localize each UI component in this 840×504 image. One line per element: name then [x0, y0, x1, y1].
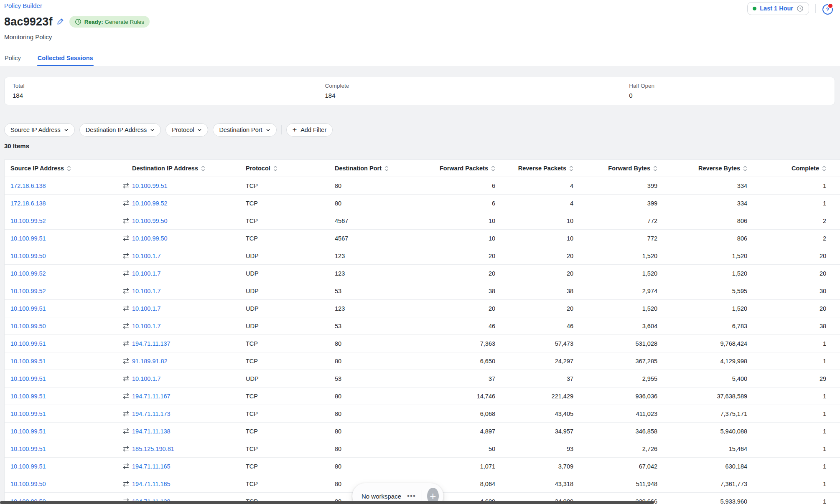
col-forward-packets[interactable]: Forward Packets	[425, 160, 502, 177]
col-reverse-packets[interactable]: Reverse Packets	[502, 160, 580, 177]
source-ip-link[interactable]: 10.100.99.51	[10, 446, 46, 452]
protocol-cell: UDP	[246, 247, 335, 265]
sort-icon[interactable]	[384, 165, 389, 172]
destination-ip-link[interactable]: 194.71.11.167	[132, 393, 171, 400]
sort-icon[interactable]	[273, 165, 277, 172]
destination-ip-link[interactable]: 10.100.1.7	[132, 305, 161, 312]
forward-bytes-cell: 531,028	[580, 335, 664, 352]
source-ip-link[interactable]: 10.100.99.50	[10, 253, 46, 259]
stat-total: Total184	[13, 83, 325, 105]
source-ip-link[interactable]: 172.18.6.138	[10, 200, 46, 207]
reverse-bytes-cell: 5,400	[664, 370, 754, 387]
source-ip-link[interactable]: 10.100.99.51	[10, 463, 46, 470]
protocol-cell: TCP	[246, 177, 335, 195]
reverse-bytes-cell: 806	[664, 230, 754, 247]
filter-destination-port[interactable]: Destination Port	[213, 123, 276, 137]
protocol-cell: TCP	[246, 230, 335, 247]
source-ip-link[interactable]: 10.100.99.52	[10, 218, 46, 224]
complete-cell: 1	[754, 352, 840, 370]
filter-protocol[interactable]: Protocol	[165, 123, 208, 137]
help-button[interactable]: ?	[822, 3, 833, 14]
complete-cell: 20	[754, 247, 840, 265]
swap-arrows-icon	[122, 304, 130, 312]
protocol-cell: TCP	[246, 352, 335, 370]
workspace-menu-button[interactable]: •••	[406, 493, 417, 499]
add-filter-button[interactable]: + Add Filter	[286, 123, 333, 137]
swap-arrows-icon	[122, 375, 130, 382]
edit-title-button[interactable]	[56, 17, 65, 27]
destination-ip-link[interactable]: 10.100.99.52	[132, 200, 168, 207]
workspace-label: No workspace	[361, 493, 401, 500]
reverse-bytes-cell: 1,520	[664, 265, 754, 282]
destination-ip-link[interactable]: 10.100.1.7	[132, 270, 161, 277]
destination-ip-link[interactable]: 10.100.99.50	[132, 218, 168, 224]
breadcrumb[interactable]: Policy Builder	[4, 2, 42, 10]
destination-ip-link[interactable]: 194.71.11.165	[132, 463, 171, 470]
col-reverse-bytes[interactable]: Reverse Bytes	[664, 160, 754, 177]
source-ip-link[interactable]: 10.100.99.51	[10, 235, 46, 242]
destination-ip-link[interactable]: 194.71.11.173	[132, 410, 171, 417]
forward-bytes-cell: 399	[580, 177, 664, 195]
table-row: 10.100.99.51194.71.11.137TCP807,36357,47…	[5, 335, 840, 352]
source-ip-link[interactable]: 10.100.99.50	[10, 323, 46, 329]
destination-ip-link[interactable]: 10.100.99.51	[132, 182, 168, 189]
table-row: 172.18.6.13810.100.99.51TCP80643993341	[5, 177, 840, 195]
destination-ip-link[interactable]: 10.100.1.7	[132, 323, 161, 329]
source-ip-link[interactable]: 10.100.99.52	[10, 270, 46, 277]
filter-destination-ip-address[interactable]: Destination IP Address	[79, 123, 161, 137]
sort-icon[interactable]	[569, 165, 573, 172]
destination-port-cell: 80	[335, 352, 425, 370]
source-ip-link[interactable]: 10.100.99.51	[10, 410, 46, 417]
tab-policy[interactable]: Policy	[4, 48, 21, 66]
col-destination-ip-address[interactable]: Destination IP Address	[132, 160, 246, 177]
col-protocol[interactable]: Protocol	[246, 160, 335, 177]
swap-arrows-icon	[122, 357, 130, 365]
destination-ip-link[interactable]: 185.125.190.81	[132, 446, 174, 452]
destination-port-cell: 53	[335, 317, 425, 335]
page-header: Policy Builder 8ac9923f Ready: Generate …	[0, 0, 840, 41]
source-ip-link[interactable]: 10.100.99.50	[10, 481, 46, 487]
time-range-button[interactable]: Last 1 Hour	[747, 2, 809, 15]
sort-icon[interactable]	[653, 165, 657, 172]
source-ip-link[interactable]: 10.100.99.51	[10, 393, 46, 400]
reverse-packets-cell: 43,405	[502, 405, 580, 423]
swap-arrows-icon	[122, 182, 130, 190]
source-ip-link[interactable]: 10.100.99.52	[10, 288, 46, 294]
destination-ip-link[interactable]: 194.71.11.137	[132, 340, 171, 347]
col-destination-port[interactable]: Destination Port	[335, 160, 425, 177]
source-ip-link[interactable]: 10.100.99.51	[10, 358, 46, 365]
forward-packets-cell: 38	[425, 282, 502, 300]
col-source-ip-address[interactable]: Source IP Address	[5, 160, 132, 177]
sort-icon[interactable]	[743, 165, 747, 172]
status-badge: Ready: Generate Rules	[69, 16, 150, 28]
col-forward-bytes[interactable]: Forward Bytes	[580, 160, 664, 177]
destination-ip-link[interactable]: 194.71.11.165	[132, 481, 171, 487]
filter-source-ip-address[interactable]: Source IP Address	[4, 123, 75, 137]
destination-ip-link[interactable]: 10.100.1.7	[132, 375, 161, 382]
destination-ip-link[interactable]: 194.71.11.138	[132, 428, 171, 435]
sort-icon[interactable]	[491, 165, 495, 172]
sort-icon[interactable]	[822, 165, 826, 172]
col-complete[interactable]: Complete	[754, 160, 840, 177]
destination-ip-link[interactable]: 10.100.1.7	[132, 288, 161, 294]
sort-icon[interactable]	[67, 165, 71, 172]
source-ip-link[interactable]: 10.100.99.51	[10, 428, 46, 435]
destination-ip-link[interactable]: 10.100.1.7	[132, 253, 161, 259]
source-ip-link[interactable]: 10.100.99.51	[10, 305, 46, 312]
forward-packets-cell: 4,897	[425, 423, 502, 440]
table-row: 10.100.99.51185.125.190.81TCP8050932,726…	[5, 440, 840, 458]
tab-collected-sessions[interactable]: Collected Sessions	[37, 48, 94, 66]
reverse-bytes-cell: 37,638,589	[664, 387, 754, 405]
source-ip-link[interactable]: 172.18.6.138	[10, 182, 46, 189]
source-ip-link[interactable]: 10.100.99.51	[10, 375, 46, 382]
destination-port-cell: 53	[335, 282, 425, 300]
sort-icon[interactable]	[201, 165, 205, 172]
destination-ip-link[interactable]: 10.100.99.50	[132, 235, 168, 242]
swap-arrows-icon	[122, 269, 130, 277]
destination-ip-link[interactable]: 91.189.91.82	[132, 358, 168, 365]
sessions-table: Source IP AddressDestination IP AddressP…	[4, 160, 840, 504]
destination-port-cell: 80	[335, 335, 425, 352]
forward-bytes-cell: 346,858	[580, 423, 664, 440]
source-ip-link[interactable]: 10.100.99.51	[10, 340, 46, 347]
horizontal-scrollbar[interactable]	[0, 501, 654, 504]
